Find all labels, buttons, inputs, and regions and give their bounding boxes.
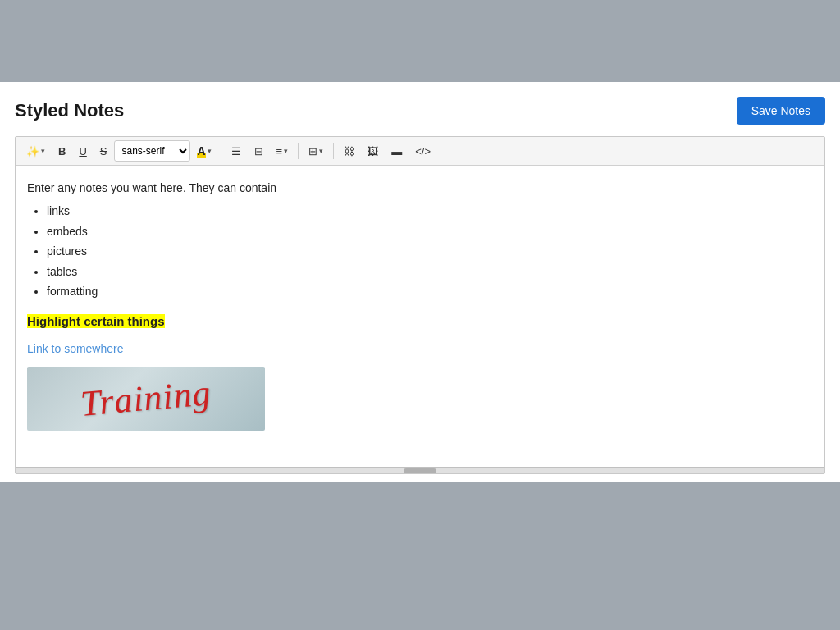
list-item: pictures xyxy=(47,242,813,260)
separator-3 xyxy=(333,143,334,159)
link-icon: ⛓ xyxy=(344,145,354,158)
link-button[interactable]: ⛓ xyxy=(338,142,360,161)
unordered-list-button[interactable]: ☰ xyxy=(226,142,247,161)
highlighted-text: Highlight certain things xyxy=(27,314,165,328)
image-button[interactable]: 🖼 xyxy=(362,142,384,161)
unordered-list-icon: ☰ xyxy=(231,145,241,158)
strikethrough-button[interactable]: S xyxy=(94,142,113,161)
table-button[interactable]: ⊞ ▾ xyxy=(303,142,329,161)
app-title: Styled Notes xyxy=(15,100,124,121)
list-item: tables xyxy=(47,262,813,281)
editor-link[interactable]: Link to somewhere xyxy=(27,342,124,355)
main-container: Styled Notes Save Notes ✨ ▾ B U S sans-s… xyxy=(0,82,840,482)
bold-button[interactable]: B xyxy=(52,142,71,161)
list-item: embeds xyxy=(47,222,813,240)
separator-1 xyxy=(221,143,221,159)
list-item: links xyxy=(47,202,813,220)
scrollbar-thumb[interactable] xyxy=(404,468,436,473)
align-dropdown-arrow: ▾ xyxy=(284,147,288,155)
embedded-image: Training xyxy=(27,367,265,431)
code-icon: </> xyxy=(415,145,431,158)
header-row: Styled Notes Save Notes xyxy=(15,82,825,136)
separator-2 xyxy=(298,143,299,159)
code-button[interactable]: </> xyxy=(409,142,436,161)
embed-icon: ▬ xyxy=(391,145,402,158)
table-icon: ⊞ xyxy=(308,145,317,158)
underline-button[interactable]: U xyxy=(73,142,92,161)
align-button[interactable]: ≡ ▾ xyxy=(271,142,294,161)
editor-content[interactable]: Enter any notes you want here. They can … xyxy=(16,166,824,467)
highlight-icon: A xyxy=(197,144,205,158)
ordered-list-icon: ⊟ xyxy=(254,145,263,158)
training-image-text: Training xyxy=(78,367,213,431)
align-icon: ≡ xyxy=(276,145,283,158)
bottom-bar xyxy=(0,482,840,630)
save-notes-button[interactable]: Save Notes xyxy=(737,97,825,125)
highlight-button[interactable]: A ▾ xyxy=(192,142,216,161)
font-family-select[interactable]: sans-serif serif monospace xyxy=(114,140,190,162)
magic-wand-icon: ✨ xyxy=(26,145,39,158)
embed-button[interactable]: ▬ xyxy=(386,142,408,161)
magic-wand-button[interactable]: ✨ ▾ xyxy=(21,142,51,161)
toolbar: ✨ ▾ B U S sans-serif serif monospace A ▾… xyxy=(16,137,824,166)
table-dropdown-arrow: ▾ xyxy=(319,147,323,155)
list-item: formatting xyxy=(47,282,813,300)
top-bar xyxy=(0,0,840,82)
editor-wrapper: ✨ ▾ B U S sans-serif serif monospace A ▾… xyxy=(15,136,825,474)
feature-list: links embeds pictures tables formatting xyxy=(47,202,813,300)
highlight-dropdown-arrow: ▾ xyxy=(208,147,212,155)
intro-paragraph: Enter any notes you want here. They can … xyxy=(27,179,813,197)
ordered-list-button[interactable]: ⊟ xyxy=(249,142,269,161)
image-icon: 🖼 xyxy=(368,145,378,158)
magic-dropdown-arrow: ▾ xyxy=(41,147,45,155)
scrollbar-area[interactable] xyxy=(16,467,824,473)
strikethrough-icon: S xyxy=(100,145,107,158)
